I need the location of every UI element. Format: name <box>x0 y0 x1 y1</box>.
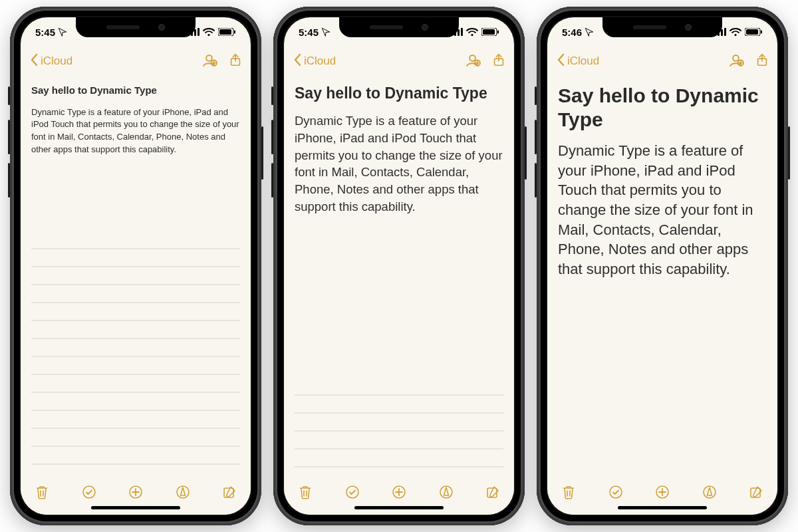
collaborate-icon[interactable] <box>464 52 481 71</box>
location-icon <box>585 27 594 37</box>
home-indicator[interactable] <box>91 506 180 509</box>
home-indicator[interactable] <box>618 506 707 509</box>
note-paper[interactable]: Say hello to Dynamic Type Dynamic Type i… <box>547 76 777 476</box>
draw-icon[interactable] <box>175 484 191 503</box>
add-icon[interactable] <box>654 484 670 503</box>
note-title: Say hello to Dynamic Type <box>295 84 503 103</box>
home-indicator[interactable] <box>354 506 444 509</box>
collaborate-icon[interactable] <box>201 52 217 71</box>
chevron-left-icon <box>29 53 39 70</box>
battery-icon <box>218 28 236 36</box>
note-title: Say hello to Dynamic Type <box>558 84 767 132</box>
wifi-icon <box>730 28 741 36</box>
phone-3: 5:46 iCloud <box>537 7 788 525</box>
draw-icon[interactable] <box>702 484 718 503</box>
location-icon <box>58 27 67 37</box>
note-paper[interactable]: Say hello to Dynamic Type Dynamic Type i… <box>21 76 251 476</box>
notch <box>339 17 459 37</box>
chevron-left-icon <box>555 53 566 70</box>
phone-1: 5:45 iCloud <box>10 7 261 525</box>
compose-icon[interactable] <box>221 484 237 503</box>
collaborate-icon[interactable] <box>728 52 744 71</box>
status-time: 5:46 <box>562 27 582 38</box>
add-icon[interactable] <box>128 484 144 503</box>
trash-icon[interactable] <box>561 484 577 503</box>
battery-icon <box>745 28 763 36</box>
note-title: Say hello to Dynamic Type <box>31 84 240 97</box>
checklist-icon[interactable] <box>344 484 360 503</box>
back-button[interactable]: iCloud <box>292 53 336 70</box>
nav-bar: iCloud <box>284 47 514 76</box>
note-paper[interactable]: Say hello to Dynamic Type Dynamic Type i… <box>284 76 514 476</box>
status-time: 5:45 <box>35 27 55 38</box>
note-body: Dynamic Type is a feature of your iPhone… <box>558 141 767 279</box>
compose-icon[interactable] <box>748 484 764 503</box>
checklist-icon[interactable] <box>81 484 97 503</box>
nav-bar: iCloud <box>21 47 251 76</box>
checklist-icon[interactable] <box>608 484 624 503</box>
battery-icon <box>481 28 499 36</box>
screen: 5:45 iCloud <box>284 17 514 515</box>
share-icon[interactable] <box>491 52 506 70</box>
nav-bar: iCloud <box>547 47 777 76</box>
add-icon[interactable] <box>391 484 407 503</box>
share-icon[interactable] <box>228 52 243 70</box>
compose-icon[interactable] <box>485 484 501 503</box>
note-body: Dynamic Type is a feature of your iPhone… <box>31 106 240 156</box>
note-body: Dynamic Type is a feature of your iPhone… <box>295 112 503 215</box>
notch <box>602 17 722 37</box>
wifi-icon <box>203 28 215 36</box>
back-label: iCloud <box>567 55 599 68</box>
chevron-left-icon <box>292 53 303 70</box>
notch <box>76 17 196 37</box>
trash-icon[interactable] <box>297 484 313 503</box>
back-label: iCloud <box>41 55 72 68</box>
draw-icon[interactable] <box>438 484 454 503</box>
phone-2: 5:45 iCloud <box>273 7 525 525</box>
location-icon <box>321 27 331 37</box>
screen: 5:45 iCloud <box>21 17 251 515</box>
status-time: 5:45 <box>299 27 319 38</box>
screen: 5:46 iCloud <box>547 17 777 515</box>
share-icon[interactable] <box>755 52 769 70</box>
trash-icon[interactable] <box>34 484 50 503</box>
back-label: iCloud <box>304 55 336 68</box>
back-button[interactable]: iCloud <box>555 53 599 70</box>
back-button[interactable]: iCloud <box>29 53 72 70</box>
wifi-icon <box>466 28 478 36</box>
